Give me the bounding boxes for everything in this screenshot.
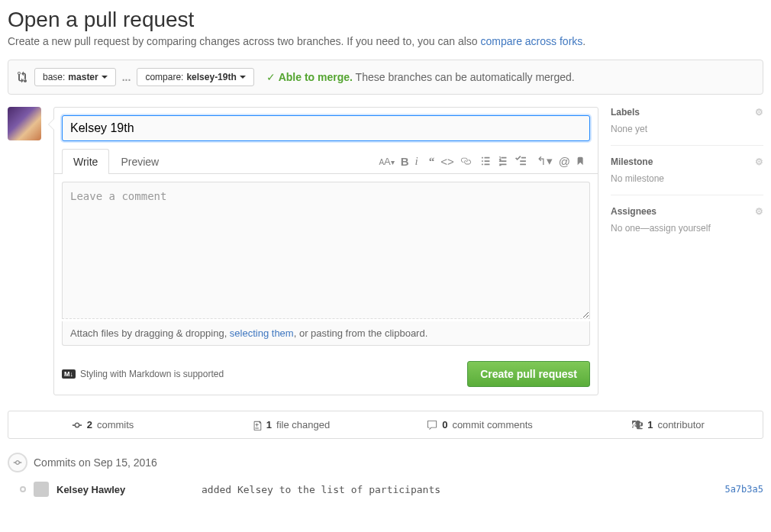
gear-icon[interactable]: ⚙ — [755, 156, 763, 167]
compare-branch-select[interactable]: compare: kelsey-19th — [137, 68, 253, 86]
markdown-icon: M↓ — [62, 369, 76, 379]
assignees-value[interactable]: No one—assign yourself — [611, 223, 763, 234]
code-icon[interactable]: <> — [440, 155, 454, 168]
commit-avatar — [34, 482, 49, 497]
subtitle-text: Create a new pull request by comparing c… — [8, 35, 480, 47]
markdown-text: Styling with Markdown is supported — [80, 369, 224, 379]
contributors-count: 1 — [647, 419, 653, 430]
attach-link[interactable]: selecting them — [230, 327, 294, 339]
comment-textarea[interactable] — [62, 182, 590, 319]
stat-commits[interactable]: 2 commits — [8, 411, 197, 438]
merge-status: ✓ Able to merge. These branches can be a… — [266, 71, 575, 83]
mention-icon[interactable]: @ — [559, 155, 570, 168]
caret-icon — [102, 76, 108, 79]
compare-value: kelsey-19th — [186, 72, 236, 82]
labels-value: None yet — [611, 124, 763, 134]
base-label: base: — [43, 72, 65, 82]
sidebar-labels: Labels ⚙ None yet — [611, 107, 763, 146]
tabs-row: Write Preview AA▾ B i “ <> — [54, 149, 598, 174]
people-icon — [632, 420, 643, 430]
markdown-toolbar: AA▾ B i “ <> — [379, 154, 590, 168]
attach-hint[interactable]: Attach files by dragging & dropping, sel… — [62, 321, 590, 346]
create-pr-button[interactable]: Create pull request — [467, 361, 590, 387]
quote-icon[interactable]: “ — [429, 155, 435, 168]
caret-icon — [240, 76, 246, 79]
files-label: file changed — [276, 419, 330, 430]
page-subtitle: Create a new pull request by comparing c… — [8, 35, 763, 47]
markdown-support[interactable]: M↓ Styling with Markdown is supported — [62, 369, 224, 379]
stat-files[interactable]: 1 file changed — [197, 411, 386, 438]
comment-box: Write Preview AA▾ B i “ <> — [53, 107, 598, 395]
attach-pre: Attach files by dragging & dropping, — [70, 327, 230, 339]
labels-title: Labels — [611, 107, 640, 118]
comment-icon — [427, 420, 437, 430]
compare-label: compare: — [145, 72, 183, 82]
sidebar-milestone: Milestone ⚙ No milestone — [611, 156, 763, 195]
commit-message[interactable]: added Kelsey to the list of participants — [202, 484, 717, 495]
gear-icon[interactable]: ⚙ — [755, 107, 763, 118]
attach-post: , or pasting from the clipboard. — [294, 327, 428, 339]
stat-comments[interactable]: 0 commit comments — [386, 411, 574, 438]
gear-icon[interactable]: ⚙ — [755, 206, 763, 217]
base-branch-select[interactable]: base: master — [34, 68, 116, 86]
commits-label: commits — [97, 419, 134, 430]
files-count: 1 — [266, 419, 272, 430]
compare-box: base: master ... compare: kelsey-19th ✓ … — [8, 60, 763, 95]
tab-preview[interactable]: Preview — [109, 149, 170, 174]
compare-dots: ... — [122, 71, 131, 83]
page-title: Open a pull request — [8, 8, 763, 32]
link-icon[interactable] — [460, 156, 471, 166]
user-avatar[interactable] — [8, 107, 41, 140]
merge-message: These branches can be automatically merg… — [356, 71, 575, 83]
assignees-title: Assignees — [611, 206, 656, 217]
stats-bar: 2 commits 1 file changed 0 commit commen… — [8, 411, 763, 439]
file-diff-icon — [253, 420, 262, 430]
comments-label: commit comments — [452, 419, 532, 430]
compare-forks-link[interactable]: compare across forks — [480, 35, 582, 47]
check-icon: ✓ — [266, 71, 276, 83]
bold-icon[interactable]: B — [401, 155, 409, 168]
italic-icon[interactable]: i — [415, 155, 418, 168]
reply-icon[interactable]: ↰▾ — [537, 154, 553, 168]
number-list-icon[interactable] — [498, 156, 509, 166]
commits-count: 2 — [87, 419, 92, 430]
commit-author[interactable]: Kelsey Hawley — [56, 484, 194, 495]
base-value: master — [68, 72, 98, 82]
compare-icon — [18, 71, 28, 83]
commits-date: Commits on Sep 15, 2016 — [34, 456, 157, 469]
milestone-value: No milestone — [611, 173, 763, 184]
reference-icon[interactable] — [576, 156, 586, 166]
subtitle-post: . — [582, 35, 586, 47]
commit-dot-icon — [20, 486, 26, 492]
text-size-icon[interactable]: AA▾ — [379, 156, 394, 167]
contributors-label: contributor — [657, 419, 704, 430]
commit-icon — [72, 420, 82, 430]
bullet-list-icon[interactable] — [482, 156, 492, 166]
sidebar-assignees: Assignees ⚙ No one—assign yourself — [611, 206, 763, 244]
sidebar: Labels ⚙ None yet Milestone ⚙ No milesto… — [611, 107, 763, 255]
tab-write[interactable]: Write — [62, 149, 109, 174]
merge-able-text: Able to merge. — [279, 71, 353, 83]
pr-title-input[interactable] — [62, 115, 590, 141]
commits-section: Commits on Sep 15, 2016 Kelsey Hawley ad… — [8, 448, 763, 501]
milestone-title: Milestone — [611, 156, 653, 167]
commits-date-header: Commits on Sep 15, 2016 — [8, 448, 763, 477]
commit-row[interactable]: Kelsey Hawley added Kelsey to the list o… — [8, 477, 763, 501]
commit-group-icon — [8, 453, 27, 472]
task-list-icon[interactable] — [515, 156, 526, 166]
commit-hash[interactable]: 5a7b3a5 — [724, 484, 763, 495]
comments-count: 0 — [442, 419, 447, 430]
stat-contributors[interactable]: 1 contributor — [574, 411, 763, 438]
